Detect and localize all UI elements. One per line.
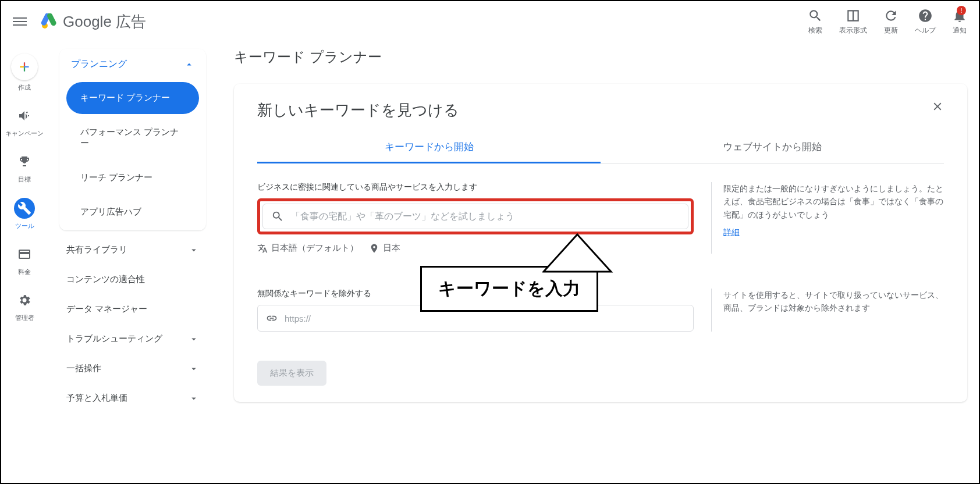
- megaphone-icon: [14, 105, 35, 126]
- sidebar-bulk-actions[interactable]: 一括操作: [48, 354, 211, 383]
- left-navigation-rail: 作成 キャンペーン 目標 ツール 料金 管理者: [1, 42, 48, 483]
- sidebar-item-reach-planner[interactable]: リーチ プランナー: [66, 162, 199, 194]
- detail-link[interactable]: 詳細: [723, 226, 740, 239]
- tabs: キーワードから開始 ウェブサイトから開始: [257, 132, 944, 163]
- help-button[interactable]: ヘルプ: [915, 8, 936, 35]
- location-icon: [369, 243, 379, 254]
- language-selector[interactable]: 日本語（デフォルト）: [257, 243, 358, 254]
- app-header: Google 広告 検索 表示形式 更新 ヘルプ ! 通知: [1, 1, 979, 42]
- sidebar-shared-library[interactable]: 共有ライブラリ: [48, 235, 211, 265]
- show-results-button[interactable]: 結果を表示: [257, 361, 326, 386]
- close-button[interactable]: [931, 100, 944, 116]
- refresh-icon: [883, 8, 899, 23]
- trophy-icon: [14, 151, 35, 172]
- help-icon: [918, 8, 933, 23]
- url-input[interactable]: [285, 314, 685, 323]
- svg-marker-4: [548, 238, 606, 271]
- card-title: 新しいキーワードを見つける: [257, 100, 459, 120]
- rail-admin[interactable]: 管理者: [14, 290, 35, 322]
- sidebar: プランニング キーワード プランナー パフォーマンス プランナー リーチ プラン…: [48, 42, 211, 483]
- sidebar-troubleshooting[interactable]: トラブルシューティング: [48, 324, 211, 354]
- chevron-down-icon: [189, 245, 199, 255]
- annotation-callout: キーワードを入力: [420, 266, 598, 312]
- rail-billing[interactable]: 料金: [14, 244, 35, 276]
- chevron-down-icon: [189, 364, 199, 374]
- search-button[interactable]: 検索: [808, 8, 823, 35]
- sidebar-item-app-ads-hub[interactable]: アプリ広告ハブ: [66, 196, 199, 228]
- url-tip-text: サイトを使用すると、サイトで取り扱っていないサービス、商品、ブランドは対象から除…: [723, 289, 944, 315]
- sidebar-item-keyword-planner[interactable]: キーワード プランナー: [66, 82, 199, 114]
- rail-goals[interactable]: 目標: [14, 151, 35, 183]
- keyword-input-highlight: [257, 198, 694, 234]
- keyword-section-label: ビジネスに密接に関連している商品やサービスを入力します: [257, 182, 694, 193]
- chevron-down-icon: [189, 393, 199, 404]
- page-title: キーワード プランナー: [234, 48, 967, 66]
- display-format-button[interactable]: 表示形式: [839, 8, 867, 35]
- hamburger-menu-icon[interactable]: [13, 15, 27, 29]
- rail-tools[interactable]: ツール: [14, 198, 35, 230]
- google-ads-logo-icon: [41, 13, 57, 30]
- notifications-button[interactable]: ! 通知: [952, 8, 967, 35]
- sidebar-budget-bidding[interactable]: 予算と入札単価: [48, 383, 211, 413]
- tab-start-with-keywords[interactable]: キーワードから開始: [257, 132, 601, 163]
- search-icon: [808, 8, 823, 23]
- chevron-down-icon: [189, 334, 199, 344]
- card-icon: [14, 244, 35, 265]
- translate-icon: [257, 243, 268, 254]
- sidebar-item-performance-planner[interactable]: パフォーマンス プランナー: [66, 116, 199, 159]
- sidebar-data-manager[interactable]: データ マネージャー: [48, 294, 211, 324]
- link-icon: [266, 312, 278, 324]
- tools-icon: [14, 198, 35, 219]
- gear-icon: [14, 290, 35, 311]
- logo[interactable]: Google 広告: [41, 12, 146, 32]
- callout-pointer: [542, 233, 624, 274]
- refresh-button[interactable]: 更新: [883, 8, 899, 35]
- keyword-tip-text: 限定的または一般的になりすぎないようにしましょう。たとえば、食品宅配ビジネスの場…: [723, 182, 944, 221]
- location-selector[interactable]: 日本: [369, 243, 400, 254]
- plus-icon: [11, 54, 38, 80]
- tab-start-with-website[interactable]: ウェブサイトから開始: [601, 132, 944, 163]
- sidebar-content-suitability[interactable]: コンテンツの適合性: [48, 265, 211, 294]
- sidebar-planning-header[interactable]: プランニング: [59, 49, 206, 80]
- rail-create[interactable]: 作成: [11, 54, 38, 91]
- rail-campaign[interactable]: キャンペーン: [5, 105, 44, 137]
- search-icon: [271, 210, 284, 223]
- layout-icon: [846, 8, 861, 23]
- logo-text: Google 広告: [63, 12, 146, 32]
- keyword-input[interactable]: [291, 211, 680, 222]
- close-icon: [931, 100, 944, 113]
- chevron-up-icon: [184, 59, 194, 70]
- notification-badge: !: [957, 6, 966, 15]
